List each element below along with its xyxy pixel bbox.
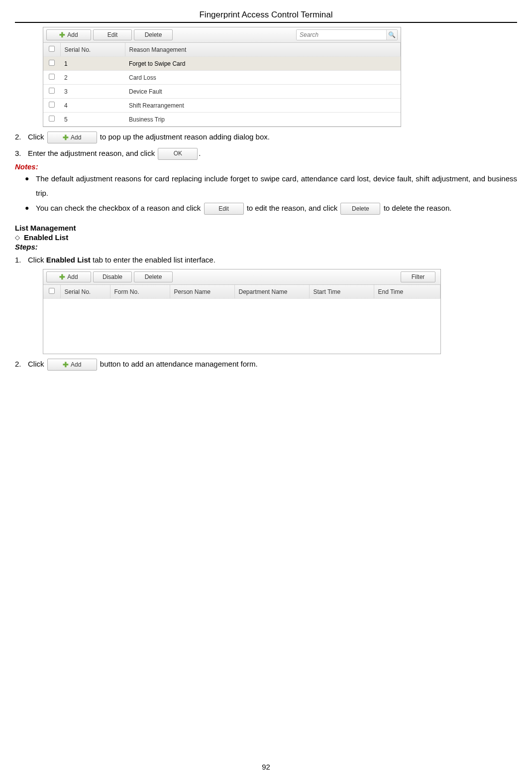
step-text: Enter the adjustment reason, and click (28, 149, 155, 157)
cell-reason: Device Fault (125, 85, 401, 99)
col-form: Form No. (110, 285, 170, 299)
steps-label: Steps: (15, 243, 517, 251)
col-end: End Time (374, 285, 440, 299)
step-text: Click (28, 132, 44, 141)
step-text: tab to enter the enabled list interface. (93, 256, 215, 264)
enabled-list-ref: Enabled List (46, 256, 91, 264)
table-row[interactable]: 1 Forget to Swipe Card (43, 57, 401, 71)
col-person: Person Name (170, 285, 234, 299)
step-number: 2. (15, 357, 28, 372)
edit-button-inline[interactable]: Edit (204, 203, 244, 215)
page-number: 92 (0, 763, 532, 771)
bullet-icon: ● (25, 201, 36, 216)
col-serial: Serial No. (60, 285, 110, 299)
note-text: You can check the checkbox of a reason a… (36, 204, 201, 212)
select-all-checkbox[interactable] (49, 288, 55, 294)
step-number: 1. (15, 253, 28, 267)
col-dept: Department Name (234, 285, 309, 299)
toolbar: ✚ Add Edit Delete 🔍 (43, 27, 401, 43)
plus-icon: ✚ (63, 131, 69, 144)
add-button-inline[interactable]: ✚ Add (47, 131, 97, 143)
note-text: to edit the reason, and click (247, 204, 338, 212)
filter-button[interactable]: Filter (401, 271, 435, 282)
cell-reason: Forget to Swipe Card (125, 57, 401, 71)
col-reason: Reason Management (125, 43, 401, 57)
cell-serial: 4 (60, 99, 125, 113)
disable-button[interactable]: Disable (93, 271, 132, 282)
toolbar: ✚ Add Disable Delete Filter (43, 269, 440, 285)
step-1b: 1. Click Enabled List tab to enter the e… (15, 253, 517, 267)
select-all-checkbox[interactable] (49, 46, 55, 52)
table-row[interactable]: 3 Device Fault (43, 85, 401, 99)
add-button-label: Add (67, 31, 78, 38)
step-2b: 2. Click ✚ Add button to add an attendan… (15, 357, 517, 372)
cell-reason: Business Trip (125, 113, 401, 127)
col-serial: Serial No. (60, 43, 125, 57)
cell-reason: Card Loss (125, 71, 401, 85)
row-checkbox[interactable] (49, 74, 55, 80)
cell-serial: 5 (60, 113, 125, 127)
row-checkbox[interactable] (49, 88, 55, 94)
search-input[interactable] (297, 30, 386, 40)
search-box[interactable]: 🔍 (296, 29, 398, 40)
diamond-icon: ◇ (15, 234, 20, 241)
edit-button[interactable]: Edit (93, 29, 132, 40)
ok-button-inline[interactable]: OK (158, 148, 198, 160)
add-button[interactable]: ✚ Add (46, 271, 91, 282)
note-text: to delete the reason. (384, 204, 452, 212)
step-number: 2. (15, 130, 28, 144)
table-row[interactable]: 2 Card Loss (43, 71, 401, 85)
search-icon[interactable]: 🔍 (386, 29, 397, 40)
table-row[interactable]: 4 Shift Rearrangement (43, 99, 401, 113)
notes-label: Notes: (15, 162, 517, 171)
step-3: 3. Enter the adjustment reason, and clic… (15, 146, 517, 161)
col-start: Start Time (309, 285, 374, 299)
note-bullet-1: ● The default adjustment reasons for car… (25, 172, 517, 200)
enabled-list-panel: ✚ Add Disable Delete Filter Serial No. F… (43, 269, 441, 354)
delete-button-inline[interactable]: Delete (340, 203, 380, 215)
cell-serial: 2 (60, 71, 125, 85)
enabled-list-table: Serial No. Form No. Person Name Departme… (43, 285, 440, 299)
step-2: 2. Click ✚ Add to pop up the adjustment … (15, 130, 517, 144)
step-text: button to add an attendance management f… (100, 360, 258, 368)
row-checkbox[interactable] (49, 60, 55, 66)
delete-button[interactable]: Delete (134, 271, 173, 282)
note-text: The default adjustment reasons for card … (36, 172, 517, 200)
plus-icon: ✚ (63, 358, 69, 372)
reason-management-panel: ✚ Add Edit Delete 🔍 Serial No. Reason Ma… (43, 27, 401, 127)
table-row[interactable]: 5 Business Trip (43, 113, 401, 127)
section-title: List Management (15, 224, 517, 232)
add-button-label: Add (67, 273, 78, 280)
note-bullet-2: ● You can check the checkbox of a reason… (25, 201, 517, 216)
bullet-icon: ● (25, 172, 36, 200)
chip-label: Add (71, 132, 81, 143)
doc-header: Fingerprint Access Control Terminal (15, 10, 517, 23)
add-button-inline[interactable]: ✚ Add (47, 359, 97, 371)
reason-table: Serial No. Reason Management 1 Forget to… (43, 43, 401, 127)
plus-icon: ✚ (59, 31, 65, 38)
step-text: to pop up the adjustment reason adding d… (100, 132, 270, 141)
cell-serial: 3 (60, 85, 125, 99)
delete-button[interactable]: Delete (134, 29, 173, 40)
add-button[interactable]: ✚ Add (46, 29, 91, 40)
step-text: Click (28, 256, 44, 264)
table-body-empty (43, 299, 440, 354)
chip-label: Add (71, 359, 81, 371)
plus-icon: ✚ (59, 273, 65, 280)
row-checkbox[interactable] (49, 116, 55, 122)
step-text: Click (28, 360, 44, 368)
step-text: . (199, 149, 201, 157)
cell-reason: Shift Rearrangement (125, 99, 401, 113)
subsection-title: ◇ Enabled List (15, 233, 517, 242)
row-checkbox[interactable] (49, 102, 55, 108)
cell-serial: 1 (60, 57, 125, 71)
subsection-label: Enabled List (24, 233, 68, 242)
step-number: 3. (15, 146, 28, 161)
